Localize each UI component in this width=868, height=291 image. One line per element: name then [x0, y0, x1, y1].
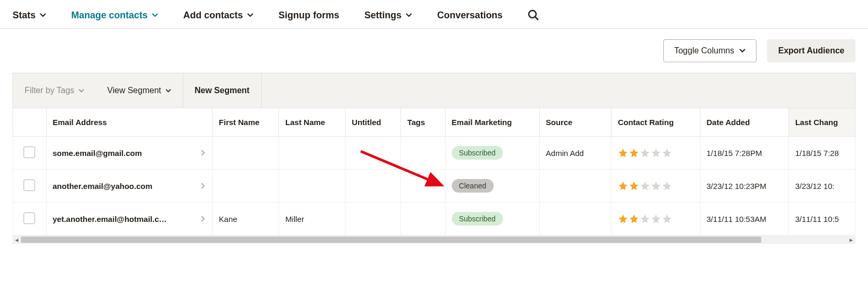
rating-cell — [611, 170, 700, 203]
nav-signup-forms[interactable]: Signup forms — [279, 10, 339, 21]
star-icon — [662, 148, 672, 158]
source-cell — [539, 203, 611, 236]
last-changed-cell: 3/11/11 10:5 — [788, 203, 855, 236]
search-icon — [528, 9, 539, 21]
chevron-down-icon — [152, 13, 158, 17]
nav-manage-contacts[interactable]: Manage contacts — [71, 10, 158, 21]
filter-by-tags-label: Filter by Tags — [25, 86, 74, 95]
first-name-cell — [213, 137, 279, 170]
star-rating — [618, 148, 693, 158]
star-icon — [651, 181, 661, 191]
nav-add-contacts[interactable]: Add contacts — [183, 10, 253, 21]
col-email[interactable]: Email Address — [46, 108, 213, 137]
view-segment-label: View Segment — [107, 86, 161, 95]
date-added-cell: 1/18/15 7:28PM — [700, 137, 788, 170]
col-date-added[interactable]: Date Added — [700, 108, 788, 137]
row-checkbox[interactable] — [24, 180, 35, 191]
first-name-cell — [213, 170, 279, 203]
scroll-thumb[interactable] — [21, 237, 761, 243]
chevron-right-icon[interactable] — [201, 215, 206, 222]
top-nav: Stats Manage contacts Add contacts Signu… — [0, 0, 868, 29]
tags-cell — [400, 170, 445, 203]
email-text: some.email@gmail.com — [53, 149, 142, 158]
nav-conversations[interactable]: Conversations — [437, 10, 503, 21]
col-rating[interactable]: Contact Rating — [611, 108, 700, 137]
star-icon — [618, 148, 628, 158]
new-segment[interactable]: New Segment — [183, 73, 262, 108]
col-first-name[interactable]: First Name — [213, 108, 279, 137]
horizontal-scrollbar[interactable]: ◄ ► — [13, 236, 855, 244]
date-added-cell: 3/23/12 10:23PM — [700, 170, 788, 203]
nav-settings[interactable]: Settings — [364, 10, 412, 21]
rating-cell — [611, 203, 700, 236]
star-icon — [651, 214, 661, 224]
star-icon — [640, 181, 650, 191]
nav-manage-label: Manage contacts — [71, 10, 148, 21]
svg-point-0 — [529, 10, 536, 18]
actions-row: Toggle Columns Export Audience — [0, 29, 868, 73]
table-row[interactable]: another.email@yahoo.comCleaned3/23/12 10… — [13, 170, 855, 203]
tags-cell — [400, 203, 445, 236]
chevron-down-icon — [406, 13, 412, 17]
last-changed-cell: 3/23/12 10: — [788, 170, 855, 203]
nav-signup-label: Signup forms — [279, 10, 339, 21]
last-name-cell: Miller — [279, 203, 346, 236]
nav-stats[interactable]: Stats — [13, 10, 46, 21]
col-last-changed[interactable]: Last Chang — [788, 108, 855, 137]
star-icon — [629, 181, 639, 191]
marketing-cell: Cleaned — [445, 170, 539, 203]
untitled-cell — [346, 137, 401, 170]
star-icon — [640, 148, 650, 158]
export-audience-label: Export Audience — [778, 46, 844, 55]
star-icon — [662, 214, 672, 224]
col-tags[interactable]: Tags — [400, 108, 445, 137]
star-icon — [640, 214, 650, 224]
search-button[interactable] — [528, 9, 539, 21]
last-name-cell — [279, 170, 346, 203]
star-icon — [618, 181, 628, 191]
source-cell — [539, 170, 611, 203]
col-untitled[interactable]: Untitled — [346, 108, 401, 137]
tags-cell — [400, 137, 445, 170]
email-cell[interactable]: some.email@gmail.com — [53, 149, 206, 158]
table-header-row: Email Address First Name Last Name Untit… — [13, 108, 855, 137]
toggle-columns-button[interactable]: Toggle Columns — [663, 39, 757, 62]
untitled-cell — [346, 170, 401, 203]
first-name-cell: Kane — [213, 203, 279, 236]
star-icon — [629, 214, 639, 224]
star-icon — [629, 148, 639, 158]
view-segment[interactable]: View Segment — [96, 73, 183, 108]
scroll-right-icon[interactable]: ► — [847, 236, 855, 244]
filter-by-tags[interactable]: Filter by Tags — [13, 73, 96, 108]
toggle-columns-label: Toggle Columns — [674, 46, 735, 55]
star-rating — [618, 181, 693, 191]
email-cell[interactable]: another.email@yahoo.com — [53, 182, 206, 191]
col-source[interactable]: Source — [539, 108, 611, 137]
email-text: another.email@yahoo.com — [53, 182, 153, 191]
export-audience-button[interactable]: Export Audience — [767, 39, 855, 62]
chevron-down-icon — [247, 13, 253, 17]
marketing-cell: Subscribed — [445, 203, 539, 236]
table-row[interactable]: some.email@gmail.comSubscribedAdmin Add1… — [13, 137, 855, 170]
status-badge: Subscribed — [452, 212, 503, 226]
scroll-left-icon[interactable]: ◄ — [13, 236, 21, 244]
nav-stats-label: Stats — [13, 10, 36, 21]
status-badge: Subscribed — [452, 146, 503, 160]
row-checkbox[interactable] — [24, 212, 35, 224]
filter-bar: Filter by Tags View Segment New Segment — [13, 73, 855, 108]
contacts-table: Email Address First Name Last Name Untit… — [13, 108, 855, 236]
status-badge: Cleaned — [452, 179, 494, 193]
star-icon — [662, 181, 672, 191]
table-row[interactable]: yet.another.email@hotmail.c…KaneMillerSu… — [13, 203, 855, 236]
email-cell[interactable]: yet.another.email@hotmail.c… — [53, 215, 206, 223]
col-marketing[interactable]: Email Marketing — [445, 108, 539, 137]
col-last-name[interactable]: Last Name — [279, 108, 346, 137]
star-icon — [651, 148, 661, 158]
nav-settings-label: Settings — [364, 10, 402, 21]
new-segment-label: New Segment — [195, 86, 250, 95]
chevron-right-icon[interactable] — [201, 182, 206, 189]
row-checkbox[interactable] — [24, 147, 35, 158]
chevron-down-icon — [40, 13, 46, 17]
chevron-right-icon[interactable] — [201, 149, 206, 156]
chevron-down-icon — [739, 49, 745, 53]
